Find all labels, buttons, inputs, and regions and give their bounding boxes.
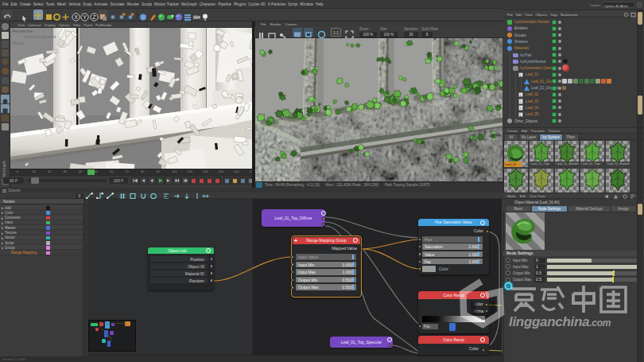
svg-text:Y: Y xyxy=(83,14,87,20)
svg-text:X: X xyxy=(74,14,78,20)
svg-text:Z: Z xyxy=(92,14,96,20)
